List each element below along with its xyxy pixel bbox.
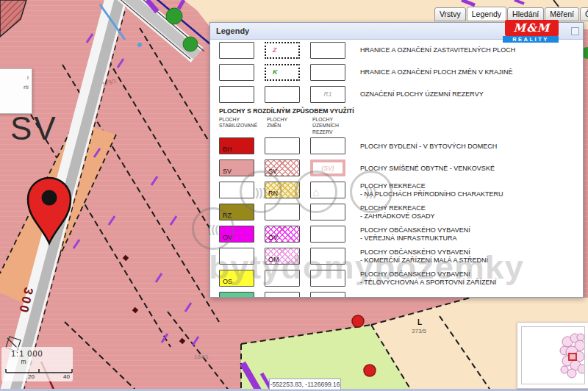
scale-tick-label: 20 bbox=[28, 373, 35, 380]
legend-swatch bbox=[219, 42, 254, 59]
legend-swatch bbox=[310, 182, 345, 198]
legend-swatch bbox=[265, 292, 300, 298]
scale-ratio-label: 1:1 000 bbox=[1, 347, 73, 358]
overview-map-shape bbox=[522, 327, 584, 384]
overview-minimap-frame bbox=[521, 326, 585, 384]
legend-swatch bbox=[219, 248, 254, 265]
legend-swatch-rz: RZ bbox=[219, 204, 254, 220]
legend-row: R1OZNAČENÍ PLOCHY ÚZEMNÍ REZERVY bbox=[210, 85, 583, 103]
legend-swatch bbox=[219, 64, 254, 81]
legend-row: BHPLOCHY BYDLENÍ - V BYTOVÝCH DOMECH bbox=[210, 137, 583, 154]
legend-row: OMPLOCHY OBČANSKÉHO VYBAVENÍ- KOMERČNÍ Z… bbox=[210, 248, 583, 265]
coordinates-readout: -552253.83, -1126699.16 bbox=[269, 379, 341, 390]
legend-swatch bbox=[310, 270, 345, 287]
legend-swatch bbox=[310, 64, 345, 81]
parcel-number-373: 373/5 bbox=[412, 328, 427, 334]
legend-column-headers: PLOCHYSTABILIZOVANÉPLOCHYZMĚNPLOCHY ÚZEM… bbox=[210, 117, 583, 135]
collapse-icon[interactable] bbox=[571, 27, 579, 35]
legend-swatch-os: OS bbox=[219, 270, 254, 287]
legend-column-header: PLOCHY ÚZEMNÍCHREZERV bbox=[312, 117, 360, 135]
legend-column-header: PLOCHYSTABILIZOVANÉ bbox=[219, 117, 267, 135]
legend-column-header: PLOCHYZMĚN bbox=[267, 117, 312, 135]
brand-logo-text: REALITY bbox=[503, 36, 559, 43]
legend-swatch bbox=[219, 292, 254, 298]
legend-boundary-rows: ZHRANICE A OZNAČENÍ ZASTAVITELNÝCH PLOCH… bbox=[210, 41, 583, 103]
zone-label-sv: SV bbox=[10, 110, 58, 146]
scale-unit-label: m bbox=[1, 358, 46, 365]
parcel-number-184: 184/1 bbox=[194, 354, 209, 360]
legend-row-label: PLOCHY BYDLENÍ - V BYTOVÝCH DOMECH bbox=[360, 143, 497, 151]
legend-zone-rows: BHPLOCHY BYDLENÍ - V BYTOVÝCH DOMECHSVSV… bbox=[210, 137, 583, 298]
legend-row-label: PLOCHY OBČANSKÉHO VYBAVENÍ- TĚLOVÝCHOVNÁ… bbox=[360, 270, 497, 286]
legend-row: OVOVPLOCHY OBČANSKÉHO VYBAVENÍ- VEŘEJNÁ … bbox=[210, 226, 583, 243]
legend-swatch-rn: RN bbox=[265, 182, 300, 198]
legend-swatch-sv: (SV) bbox=[310, 159, 345, 176]
legend-swatch bbox=[219, 86, 254, 103]
legend-swatch-bh: BH bbox=[219, 137, 254, 154]
legend-swatch bbox=[265, 270, 300, 287]
tab-vrstvy[interactable]: Vrstvy bbox=[434, 7, 466, 21]
legend-swatch bbox=[265, 137, 300, 154]
tab-zk[interactable]: ČÚZK bbox=[580, 7, 588, 21]
legend-row-label: PLOCHY SMÍŠENÉ OBYTNÉ - VENKOVSKÉ bbox=[360, 165, 495, 173]
minimap-locator-rect bbox=[569, 354, 576, 360]
legend-swatch-k: K bbox=[265, 64, 300, 81]
legend-row-label: PLOCHY REKREACE- NA PLOCHÁCH PŘÍRODNÍHO … bbox=[360, 182, 503, 198]
legend-swatch bbox=[310, 42, 345, 59]
legend-row: RNPLOCHY REKREACE- NA PLOCHÁCH PŘÍRODNÍH… bbox=[210, 182, 583, 198]
parcel-letter-l: L bbox=[417, 318, 422, 326]
legend-swatch bbox=[310, 204, 345, 220]
legend-section-header: PLOCHY S ROZDÍLNÝM ZPŮSOBEM VYUŽITÍ bbox=[219, 107, 583, 115]
overview-minimap[interactable] bbox=[517, 322, 588, 389]
brand-logo-mark: M&M bbox=[505, 20, 559, 36]
legend-row: KHRANICE A OZNAČENÍ PLOCH ZMĚN V KRAJINĚ bbox=[210, 63, 583, 81]
legend-swatch-sv: SV bbox=[265, 159, 300, 176]
legend-swatch-r1: R1 bbox=[310, 86, 345, 103]
tab-legendy[interactable]: Legendy bbox=[467, 7, 506, 21]
legend-swatch bbox=[265, 204, 300, 220]
legend-row: SVSV(SV)PLOCHY SMÍŠENÉ OBYTNÉ - VENKOVSK… bbox=[210, 159, 583, 176]
legend-row-label: PLOCHY OBČANSKÉHO VYBAVENÍ bbox=[360, 297, 470, 298]
legend-row: RZPLOCHY REKREACE- ZAHRÁDKOVÉ OSADY bbox=[210, 204, 583, 220]
legend-row: ZHRANICE A OZNAČENÍ ZASTAVITELNÝCH PLOCH bbox=[210, 41, 583, 59]
legend-swatch-sv: SV bbox=[219, 159, 254, 176]
legend-swatch bbox=[219, 182, 254, 198]
legend-row: PLOCHY OBČANSKÉHO VYBAVENÍ bbox=[210, 292, 583, 298]
legend-swatch-ov: OV bbox=[219, 226, 254, 243]
clipped-map-tooltip: í rtí bbox=[0, 68, 32, 114]
legend-panel-title: Legendy bbox=[216, 26, 249, 35]
legend-row: OSPLOCHY OBČANSKÉHO VYBAVENÍ- TĚLOVÝCHOV… bbox=[210, 270, 583, 287]
legend-swatch bbox=[310, 248, 345, 265]
legend-swatch bbox=[310, 226, 345, 243]
legend-swatch bbox=[265, 86, 300, 103]
legend-row-label: OZNAČENÍ PLOCHY ÚZEMNÍ REZERVY bbox=[360, 90, 484, 98]
legend-row-label: PLOCHY OBČANSKÉHO VYBAVENÍ- KOMERČNÍ ZAŘ… bbox=[360, 248, 488, 264]
legend-swatch-om: OM bbox=[265, 248, 300, 265]
legend-swatch bbox=[310, 292, 345, 298]
brand-logo[interactable]: M&M REALITY bbox=[503, 20, 560, 43]
legend-row-label: HRANICE A OZNAČENÍ ZASTAVITELNÝCH PLOCH bbox=[360, 46, 515, 54]
legend-swatch bbox=[310, 137, 345, 154]
scale-tick-label: 40 bbox=[63, 373, 70, 380]
legend-row-label: PLOCHY OBČANSKÉHO VYBAVENÍ- VEŘEJNÁ INFR… bbox=[360, 226, 470, 242]
legend-row-label: HRANICE A OZNAČENÍ PLOCH ZMĚN V KRAJINĚ bbox=[360, 68, 513, 76]
legend-swatch-z: Z bbox=[265, 42, 300, 59]
legend-body: ZHRANICE A OZNAČENÍ ZASTAVITELNÝCH PLOCH… bbox=[210, 40, 583, 298]
legend-row-label: PLOCHY REKREACE- ZAHRÁDKOVÉ OSADY bbox=[360, 204, 435, 220]
legend-swatch-ov: OV bbox=[265, 226, 300, 243]
scale-widget: 1:1 000 m 2040 bbox=[1, 347, 73, 381]
legend-panel: Legendy ZHRANICE A OZNAČENÍ ZASTAVITELNÝ… bbox=[209, 22, 584, 298]
